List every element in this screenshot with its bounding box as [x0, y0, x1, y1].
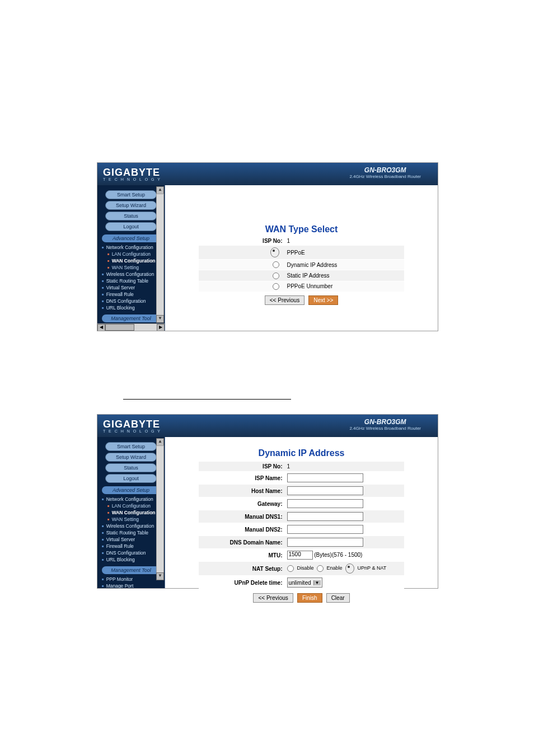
nav-dns-config[interactable]: DNS Configuration: [100, 550, 162, 556]
setup-wizard-button[interactable]: Setup Wizard: [105, 201, 157, 210]
model-box: GN-BRO3GM 2.4GHz Wireless Broadband Rout…: [349, 418, 421, 431]
scroll-track[interactable]: [156, 445, 164, 573]
nav-dns-config[interactable]: DNS Configuration: [100, 298, 162, 304]
mtu-label: MTU:: [210, 552, 287, 558]
status-button[interactable]: Status: [105, 212, 157, 220]
nav-lan-config[interactable]: LAN Configuration: [105, 251, 162, 257]
nav-wan-config[interactable]: WAN Configuration: [105, 509, 162, 516]
mgmt-tool-header: Management Tool: [102, 314, 160, 322]
isp-no-value: 1: [287, 463, 394, 469]
hscroll-right-icon[interactable]: ▶: [157, 324, 165, 331]
nav-virtual-server[interactable]: Virtual Server: [100, 284, 162, 291]
upnp-select[interactable]: unlimited ▼: [287, 577, 322, 588]
radio-unnumber-label: PPPoE Unnumber: [287, 283, 394, 289]
setup-wizard-button[interactable]: Setup Wizard: [105, 453, 157, 462]
gateway-input[interactable]: [287, 499, 363, 508]
nav-firewall-rule[interactable]: Firewall Rule: [100, 543, 162, 550]
radio-unnumber-row[interactable]: PPPoE Unnumber: [199, 281, 404, 292]
brand-logo: GIGABYTE: [97, 419, 161, 430]
radio-pppoe-label: PPPoE: [287, 250, 394, 256]
smart-setup-button[interactable]: Smart Setup: [105, 190, 157, 199]
nav-lan-config[interactable]: LAN Configuration: [105, 503, 162, 509]
nav-wan-setting[interactable]: WAN Setting: [105, 264, 162, 271]
advanced-setup-header: Advanced Setup: [102, 234, 160, 242]
radio-icon[interactable]: [287, 565, 294, 572]
brand-logo: GIGABYTE: [97, 167, 161, 179]
nat-upnp: UPnP & NAT: [358, 565, 387, 571]
nat-disable: Disable: [297, 565, 314, 571]
radio-dynamic-row[interactable]: Dynamic IP Address: [199, 260, 404, 270]
dns1-label: Manual DNS1:: [210, 514, 287, 520]
header: GIGABYTE T E C H N O L O G Y GN-BRO3GM 2…: [97, 163, 438, 185]
content-wan-type: WAN Type Select ISP No: 1 PPPoE Dynamic …: [165, 185, 438, 331]
nav-ppp-monitor[interactable]: PPP Monitor: [100, 576, 162, 583]
header: GIGABYTE T E C H N O L O G Y GN-BRO3GM 2…: [97, 415, 438, 437]
dns2-row: Manual DNS2:: [199, 523, 404, 536]
divider: [123, 399, 291, 400]
scroll-track[interactable]: [156, 194, 164, 316]
mtu-input[interactable]: 1500: [287, 551, 313, 560]
brand-subtitle: T E C H N O L O G Y: [97, 177, 161, 181]
model-sub: 2.4GHz Wireless Broadband Router: [349, 174, 421, 179]
dns-domain-input[interactable]: [287, 538, 363, 547]
nav-wireless-config[interactable]: Wireless Configuration: [100, 523, 162, 529]
scroll-up-icon[interactable]: ▲: [156, 438, 164, 446]
radio-dynamic-label: Dynamic IP Address: [287, 262, 394, 268]
radio-icon[interactable]: [273, 261, 279, 268]
finish-button[interactable]: Finish: [297, 593, 322, 603]
radio-static-row[interactable]: Static IP Address: [199, 270, 404, 280]
nav-wan-setting[interactable]: WAN Setting: [105, 516, 162, 523]
chevron-down-icon[interactable]: ▼: [313, 580, 321, 585]
nav-network-config[interactable]: Network Configuration: [100, 496, 162, 503]
nat-setup-row: NAT Setup: Disable Enable UPnP & NAT: [199, 562, 404, 575]
radio-icon[interactable]: [273, 283, 279, 290]
host-name-input[interactable]: [287, 486, 363, 495]
gateway-row: Gateway:: [199, 497, 404, 510]
smart-setup-button[interactable]: Smart Setup: [105, 442, 157, 451]
hscroll-left-icon[interactable]: ◀: [97, 324, 105, 331]
nav-network-config[interactable]: Network Configuration: [100, 244, 162, 251]
scroll-up-icon[interactable]: ▲: [156, 186, 164, 194]
scroll-down-icon[interactable]: ▼: [156, 315, 164, 323]
nav-wan-config[interactable]: WAN Configuration: [105, 257, 162, 264]
radio-icon[interactable]: [345, 564, 354, 574]
nav-url-blocking[interactable]: URL Blocking: [100, 304, 162, 311]
nav-static-routing[interactable]: Static Routing Table: [100, 529, 162, 536]
hscroll-thumb[interactable]: [105, 324, 134, 331]
previous-button[interactable]: << Previous: [253, 593, 293, 603]
button-row: << Previous Next >>: [165, 292, 438, 308]
radio-icon[interactable]: [270, 247, 279, 257]
model-box: GN-BRO3GM 2.4GHz Wireless Broadband Rout…: [349, 166, 421, 179]
dns2-input[interactable]: [287, 525, 363, 534]
dns-domain-label: DNS Domain Name:: [210, 539, 287, 546]
logout-button[interactable]: Logout: [105, 474, 157, 483]
nav-url-blocking[interactable]: URL Blocking: [100, 556, 162, 563]
radio-pppoe-row[interactable]: PPPoE: [199, 246, 404, 259]
nav-virtual-server[interactable]: Virtual Server: [100, 536, 162, 543]
dns1-row: Manual DNS1:: [199, 510, 404, 523]
nav-wireless-config[interactable]: Wireless Configuration: [100, 271, 162, 278]
advanced-setup-header: Advanced Setup: [102, 486, 160, 494]
radio-icon[interactable]: [273, 273, 279, 279]
dns1-input[interactable]: [287, 512, 363, 521]
radio-icon[interactable]: [317, 565, 324, 572]
upnp-value: unlimited: [289, 580, 311, 586]
previous-button[interactable]: << Previous: [265, 295, 305, 305]
status-button[interactable]: Status: [105, 463, 157, 472]
next-button[interactable]: Next >>: [308, 295, 338, 305]
page-title: Dynamic IP Address: [165, 448, 438, 458]
upnp-label: UPnP Delete time:: [210, 580, 287, 586]
scroll-down-icon[interactable]: ▼: [156, 572, 164, 580]
nav-manage-port[interactable]: Manage Port: [100, 583, 162, 588]
radio-static-label: Static IP Address: [287, 273, 394, 279]
hscroll[interactable]: ◀ ▶: [97, 323, 165, 331]
nav-firewall-rule[interactable]: Firewall Rule: [100, 291, 162, 298]
nav-static-routing[interactable]: Static Routing Table: [100, 278, 162, 284]
nat-label: NAT Setup:: [210, 566, 287, 572]
sidebar: ▲ ▼ Smart Setup Setup Wizard Status Logo…: [97, 437, 165, 588]
logout-button[interactable]: Logout: [105, 222, 157, 231]
isp-name-input[interactable]: [287, 473, 363, 482]
clear-button[interactable]: Clear: [326, 593, 350, 603]
isp-no-label: ISP No:: [210, 238, 287, 244]
isp-name-label: ISP Name:: [210, 475, 287, 481]
